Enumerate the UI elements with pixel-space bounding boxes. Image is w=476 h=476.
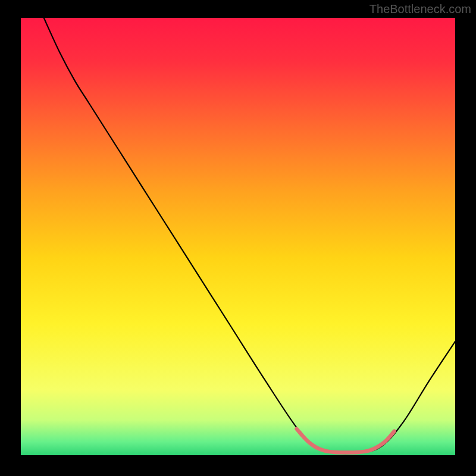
watermark-text: TheBottleneck.com bbox=[369, 2, 471, 16]
chart-gradient-background bbox=[21, 18, 455, 455]
chart-container: TheBottleneck.com bbox=[0, 0, 476, 476]
bottleneck-chart bbox=[0, 0, 476, 476]
